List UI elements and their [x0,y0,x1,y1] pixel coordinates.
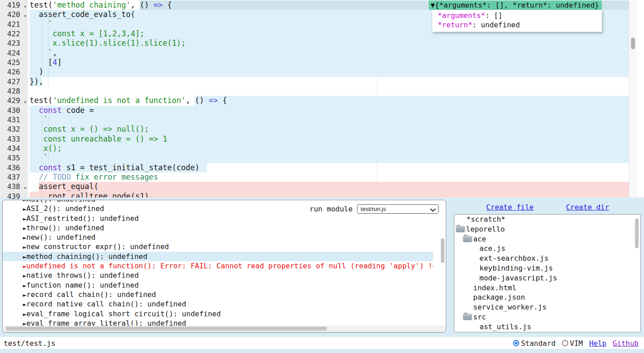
gutter-line-number[interactable]: 434 [0,144,28,154]
gutter-line-number[interactable]: 438▾ [0,182,28,192]
code-line[interactable]: // TODO fix error messages [28,172,629,182]
test-result-item[interactable]: ►new constructor expr(): undefined [3,242,433,251]
gutter-line-number[interactable]: 426 [0,67,28,77]
test-result-item[interactable]: ►record call chain(): undefined [3,290,433,299]
expand-arrow-icon[interactable]: ► [23,254,26,260]
gutter-line-number[interactable]: 423 [0,39,28,48]
results-vertical-scrollbar-thumb[interactable] [441,238,444,263]
gutter-line-number[interactable]: 428 [0,86,28,96]
expand-arrow-icon[interactable]: ► [23,206,26,212]
radio-unselected-icon[interactable] [562,340,568,346]
file-tree-item[interactable]: leporello [454,224,640,234]
code-line[interactable]: }), [28,77,629,86]
expand-arrow-icon[interactable]: ► [23,272,26,279]
file-tree-item[interactable]: src [454,312,640,322]
code-line[interactable]: const x = () => null(); [28,125,629,134]
code-text: x.slice(1).slice(1).slice(1); [28,39,629,48]
code-line[interactable]: const s1 = test_initial_state(code) [28,163,629,172]
expand-arrow-icon[interactable]: ► [23,311,26,318]
code-text: }), [28,77,629,86]
test-result-item[interactable]: ►new(): undefined [3,232,433,242]
test-result-item[interactable]: ►method chaining(): undefined [3,252,433,261]
gutter-line-number[interactable]: 433 [0,134,28,144]
file-tree-item[interactable]: package.json [454,293,640,302]
line-number: 429 [7,96,20,105]
gutter-line-number[interactable]: 425 [0,58,28,68]
create-dir-link[interactable]: Create dir [566,203,609,211]
gutter-line-number[interactable]: 421 [0,20,28,30]
code-line[interactable]: ` [28,153,629,163]
gutter-line-number[interactable]: 435 [0,153,28,163]
gutter-line-number[interactable]: 427 [0,77,28,87]
run-module-select[interactable]: test/run.js [357,204,439,214]
editor-vertical-scrollbar[interactable] [629,0,637,198]
code-text: x(); [28,144,629,153]
file-tree-item[interactable]: ext-searchbox.js [454,254,640,263]
expand-arrow-icon[interactable]: ► [23,292,26,298]
tooltip-property-value: : undefined [472,21,520,29]
gutter-line-number[interactable]: 430 [0,106,28,116]
expand-arrow-icon[interactable]: ► [23,234,26,241]
gutter-line-number[interactable]: 431 [0,115,28,125]
keybinding-option-standard[interactable]: Standard [513,339,556,348]
file-tree-item[interactable]: keybinding-vim.js [454,263,640,273]
test-result-item[interactable]: ►function name(): undefined [3,280,433,290]
tooltip-header-value[interactable]: ▼{*arguments*: [], *return*: undefined} [429,0,602,10]
code-line[interactable]: assert_equal( [28,182,629,191]
test-result-item[interactable]: ►throw(): undefined [3,223,433,232]
gutter-line-number[interactable]: 432 [0,125,28,134]
keybinding-option-vim[interactable]: VIM [562,339,583,348]
code-line[interactable]: ` [28,115,629,125]
gutter-line-number[interactable]: 429▾ [0,96,28,106]
file-tree-item[interactable]: service_worker.js [454,302,640,312]
tooltip-property-row[interactable]: *return*: undefined [438,20,596,30]
expand-arrow-icon[interactable]: ► [23,215,26,222]
code-line[interactable] [28,86,629,96]
code-line[interactable]: test('undefined is not a function', () =… [28,96,629,105]
file-tree-item[interactable]: *scratch* [454,215,640,224]
expand-arrow-icon[interactable]: ► [23,225,26,232]
gutter-line-number[interactable]: 420▾ [0,10,28,20]
gutter-line-number[interactable]: 437 [0,172,28,182]
file-tree-item[interactable]: index.html [454,283,640,293]
test-result-item[interactable]: ►native throws(): undefined [3,271,433,280]
test-result-item[interactable]: ►eval_frame logical short circuit(): und… [3,309,433,319]
expand-arrow-icon[interactable]: ► [23,282,26,289]
gutter-line-number[interactable]: 436 [0,163,28,173]
editor-scrollbar-thumb[interactable] [631,38,635,49]
gutter-line-number[interactable]: 424 [0,48,28,58]
expand-arrow-icon[interactable]: ► [23,301,26,308]
code-line[interactable]: x(); [28,144,629,153]
file-tree-label: src [473,312,486,322]
radio-selected-icon[interactable] [513,340,519,346]
code-line[interactable]: ) [28,67,629,77]
file-tree-item[interactable]: ast_utils.js [454,322,640,332]
file-tree-item[interactable]: ace.js [454,244,640,254]
tooltip-property-row[interactable]: *arguments*: [] [438,11,596,20]
code-text: const s1 = test_initial_state(code) [28,163,629,172]
expand-arrow-icon[interactable]: ► [23,200,26,203]
results-horizontal-scrollbar[interactable] [3,326,445,331]
expand-arrow-icon[interactable]: ► [23,263,26,270]
test-result-item[interactable]: ►ASI(): undefined [3,200,433,204]
expand-arrow-icon[interactable]: ► [23,244,26,250]
code-line[interactable]: const code = [28,106,629,115]
code-line[interactable]: [4] [28,58,629,67]
gutter-line-number[interactable]: 422 [0,29,28,39]
file-tree-item[interactable]: ace [454,234,640,244]
code-line[interactable]: `, [28,48,629,58]
github-link[interactable]: Github [613,339,639,348]
test-result-item[interactable]: ►ASI_restrited(): undefined [3,214,433,223]
test-result-item[interactable]: ►undefined is not a function(): Error: F… [3,261,433,271]
file-tree-item[interactable]: mode-javascript.js [454,273,640,283]
test-result-label: method chaining(): undefined [26,252,148,261]
help-link[interactable]: Help [589,339,607,348]
test-result-item[interactable]: ►record native call chain(): undefined [3,299,433,309]
create-file-link[interactable]: Create file [486,203,534,211]
results-horizontal-scrollbar-thumb[interactable] [6,327,327,331]
code-line[interactable]: root_calltree_node(s1), [28,192,629,198]
code-line[interactable]: const unreachable = () => 1 [28,134,629,144]
gutter-line-number[interactable]: 419▾ [0,0,28,10]
files-vertical-scrollbar-thumb[interactable] [635,219,639,248]
code-line[interactable]: x.slice(1).slice(1).slice(1); [28,39,629,48]
